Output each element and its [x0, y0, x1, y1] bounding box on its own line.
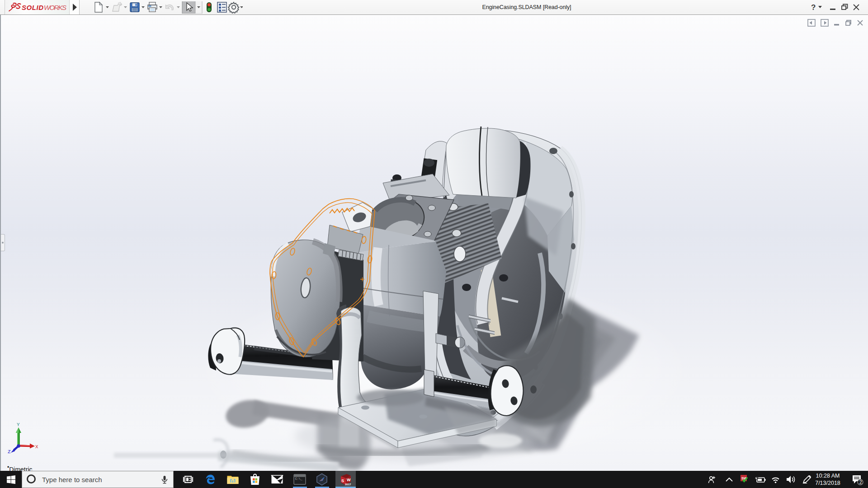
svg-text:2017: 2017 [345, 483, 351, 486]
svg-text:WORKS: WORKS [44, 4, 66, 11]
svg-text:X: X [35, 444, 38, 450]
svg-text:?: ? [811, 3, 816, 12]
svg-text:Y: Y [17, 422, 20, 427]
svg-text:2: 2 [859, 479, 862, 485]
svg-text:SOLID: SOLID [22, 4, 43, 11]
svg-text:W: W [347, 478, 351, 482]
svg-text:S: S [341, 479, 344, 483]
svg-text:Z: Z [8, 449, 11, 454]
svg-text:C:\_: C:\_ [295, 478, 302, 481]
